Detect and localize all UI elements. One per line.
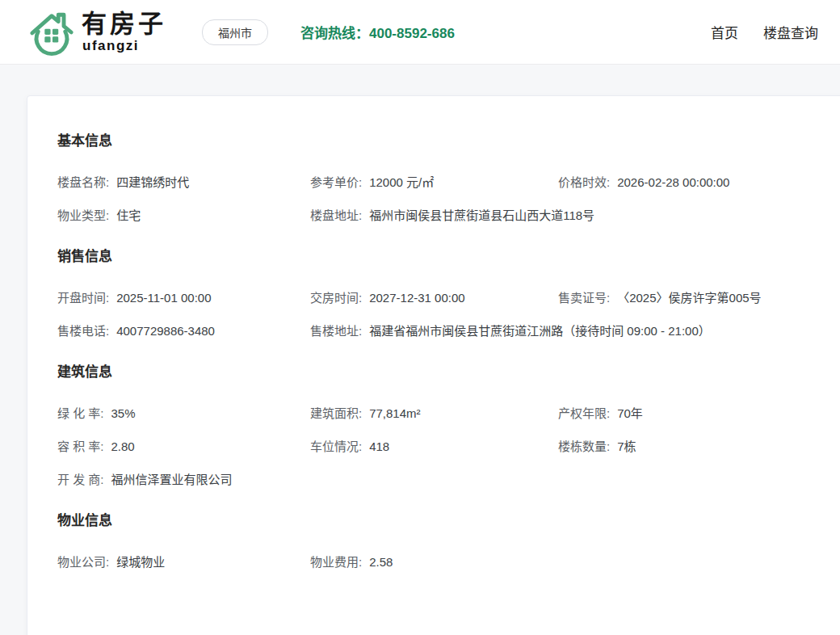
logo-text: 有房子 ufangzi [82, 11, 166, 53]
main-nav: 首页 楼盘查询 [711, 22, 818, 42]
info-cell-plot-ratio: 容 积 率:2.80 [57, 439, 310, 454]
info-label: 容 积 率: [57, 439, 104, 453]
info-cell-property-rights-term: 产权年限:70年 [558, 406, 826, 421]
logo-subname: ufangzi [82, 39, 166, 53]
section-property-mgmt-info: 物业信息 物业公司:绿城物业 物业费用:2.58 [57, 511, 826, 570]
info-row: 开 发 商:福州信泽置业有限公司 [57, 472, 826, 487]
info-value: 12000 元/㎡ [369, 175, 434, 189]
info-cell-property-address: 楼盘地址:福州市闽侯县甘蔗街道县石山西大道118号 [310, 208, 826, 223]
logo-name: 有房子 [82, 11, 166, 38]
info-value: 〈2025〉侯房许字第005号 [617, 291, 761, 305]
section-building-info: 建筑信息 绿 化 率:35% 建筑面积:77,814m² 产权年限:70年 容 … [57, 363, 826, 487]
info-cell-property-fee: 物业费用:2.58 [310, 554, 558, 570]
info-label: 售卖证号: [558, 291, 610, 305]
info-cell-building-area: 建筑面积:77,814m² [310, 406, 558, 421]
info-label: 物业费用: [310, 555, 362, 569]
info-value: 418 [369, 439, 389, 453]
section-title: 物业信息 [57, 511, 826, 531]
info-value: 2027-12-31 00:00 [369, 291, 464, 305]
hotline-number: 400-8592-686 [369, 26, 455, 41]
info-value: 2025-11-01 00:00 [116, 291, 211, 305]
info-label: 开盘时间: [57, 291, 109, 305]
info-row: 楼盘名称:四建锦绣时代 参考单价:12000 元/㎡ 价格时效:2026-02-… [57, 175, 826, 190]
info-cell-developer: 开 发 商:福州信泽置业有限公司 [57, 472, 310, 487]
info-value: 住宅 [116, 208, 141, 222]
info-row: 物业类型:住宅 楼盘地址:福州市闽侯县甘蔗街道县石山西大道118号 [57, 208, 826, 223]
section-basic-info: 基本信息 楼盘名称:四建锦绣时代 参考单价:12000 元/㎡ 价格时效:202… [57, 132, 826, 223]
section-sales-info: 销售信息 开盘时间:2025-11-01 00:00 交房时间:2027-12-… [57, 247, 826, 339]
hotline-label: 咨询热线： [300, 26, 369, 41]
info-cell-parking: 车位情况:418 [310, 439, 558, 454]
info-value: 福建省福州市闽侯县甘蔗街道江洲路（接待时间 09:00 - 21:00） [369, 324, 711, 338]
info-label: 参考单价: [310, 175, 362, 189]
info-row: 容 积 率:2.80 车位情况:418 楼栋数量:7栋 [57, 439, 826, 454]
info-value: 福州市闽侯县甘蔗街道县石山西大道118号 [369, 208, 594, 222]
info-value: 35% [111, 406, 136, 420]
info-label: 产权年限: [558, 406, 610, 420]
info-value: 4007729886-3480 [116, 324, 215, 338]
info-cell-building-count: 楼栋数量:7栋 [558, 439, 826, 454]
nav-item-home[interactable]: 首页 [711, 22, 738, 42]
info-label: 售楼电话: [57, 324, 109, 338]
info-row: 物业公司:绿城物业 物业费用:2.58 [57, 554, 826, 570]
hotline: 咨询热线：400-8592-686 [300, 22, 455, 42]
info-cell-property-company: 物业公司:绿城物业 [57, 554, 310, 570]
info-label: 楼盘名称: [57, 175, 109, 189]
info-cell-price-validity: 价格时效:2026-02-28 00:00:00 [558, 175, 826, 190]
nav-item-property-search[interactable]: 楼盘查询 [763, 22, 818, 42]
site-logo[interactable]: 有房子 ufangzi [27, 7, 166, 57]
info-cell-sales-address: 售楼地址:福建省福州市闽侯县甘蔗街道江洲路（接待时间 09:00 - 21:00… [310, 323, 826, 339]
info-label: 价格时效: [558, 175, 610, 189]
top-header: 有房子 ufangzi 福州市 咨询热线：400-8592-686 首页 楼盘查… [0, 0, 840, 65]
property-detail-card: 基本信息 楼盘名称:四建锦绣时代 参考单价:12000 元/㎡ 价格时效:202… [27, 95, 840, 635]
info-cell-property-name: 楼盘名称:四建锦绣时代 [57, 175, 310, 190]
info-cell-opening-time: 开盘时间:2025-11-01 00:00 [57, 290, 310, 305]
info-label: 交房时间: [310, 291, 362, 305]
info-cell-sales-license: 售卖证号:〈2025〉侯房许字第005号 [558, 290, 826, 305]
info-label: 楼盘地址: [310, 208, 362, 222]
info-value: 福州信泽置业有限公司 [111, 473, 233, 486]
info-cell-unit-price: 参考单价:12000 元/㎡ [310, 175, 558, 190]
info-label: 车位情况: [310, 439, 362, 453]
section-title: 基本信息 [57, 132, 826, 151]
info-label: 售楼地址: [310, 324, 362, 338]
info-cell-property-type: 物业类型:住宅 [57, 208, 310, 223]
info-value: 绿城物业 [116, 555, 165, 569]
city-selector[interactable]: 福州市 [202, 19, 268, 45]
section-title: 建筑信息 [57, 363, 826, 382]
info-cell-greening-rate: 绿 化 率:35% [57, 406, 310, 421]
info-label: 物业公司: [57, 555, 109, 569]
info-row: 开盘时间:2025-11-01 00:00 交房时间:2027-12-31 00… [57, 290, 826, 305]
info-value: 2.80 [111, 439, 135, 453]
info-value: 2026-02-28 00:00:00 [617, 175, 729, 189]
section-title: 销售信息 [57, 247, 826, 267]
info-cell-sales-phone: 售楼电话:4007729886-3480 [57, 323, 310, 339]
info-label: 楼栋数量: [558, 439, 610, 453]
info-cell-delivery-time: 交房时间:2027-12-31 00:00 [310, 290, 558, 305]
info-value: 77,814m² [369, 406, 420, 420]
info-label: 物业类型: [57, 208, 109, 222]
info-label: 建筑面积: [310, 406, 362, 420]
info-value: 7栋 [617, 439, 636, 453]
info-label: 开 发 商: [57, 473, 104, 486]
house-with-window-icon [27, 7, 77, 57]
info-row: 绿 化 率:35% 建筑面积:77,814m² 产权年限:70年 [57, 406, 826, 421]
info-value: 2.58 [369, 555, 393, 569]
info-label: 绿 化 率: [57, 406, 104, 420]
info-value: 四建锦绣时代 [116, 175, 189, 189]
info-value: 70年 [617, 406, 643, 420]
info-row: 售楼电话:4007729886-3480 售楼地址:福建省福州市闽侯县甘蔗街道江… [57, 323, 826, 339]
